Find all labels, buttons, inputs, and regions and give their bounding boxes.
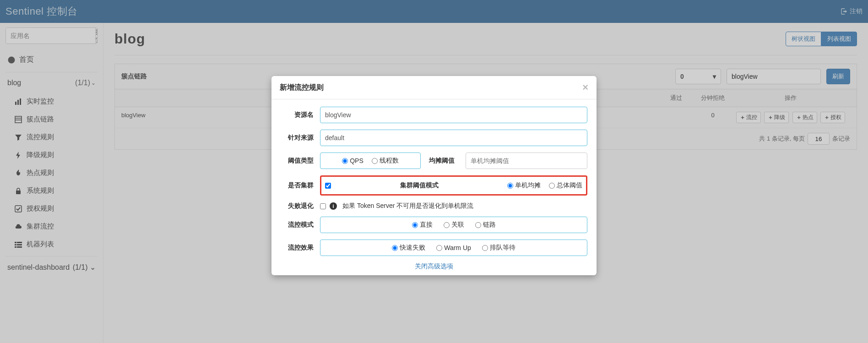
cluster-checkbox[interactable] xyxy=(325,183,331,189)
grade-radiogroup: QPS 线程数 xyxy=(320,152,421,169)
resource-input[interactable] xyxy=(320,107,587,123)
label-limitapp: 针对来源 xyxy=(281,134,320,142)
modal-title: 新增流控规则 xyxy=(280,83,324,93)
behavior-radiogroup: 快速失败 Warm Up 排队等待 xyxy=(320,240,587,256)
radio-behavior-warm[interactable]: Warm Up xyxy=(436,244,471,251)
fallback-text: 如果 Token Server 不可用是否退化到单机限流 xyxy=(342,202,473,210)
limitapp-input[interactable] xyxy=(320,130,587,146)
threshold-input[interactable] xyxy=(466,152,587,169)
radio-behavior-queue[interactable]: 排队等待 xyxy=(482,244,515,252)
label-threshold: 均摊阈值 xyxy=(427,157,459,165)
label-behavior: 流控效果 xyxy=(281,244,320,252)
radio-strategy-direct[interactable]: 直接 xyxy=(412,221,433,229)
strategy-radiogroup: 直接 关联 链路 xyxy=(320,217,587,233)
radio-thread[interactable]: 线程数 xyxy=(372,157,399,165)
flow-rule-modal: 新增流控规则 × 资源名 针对来源 阈值类型 QPS 线程数 均摊阈值 是否集群 xyxy=(271,76,597,275)
fallback-checkbox[interactable] xyxy=(320,203,326,209)
close-icon[interactable]: × xyxy=(582,82,588,93)
radio-behavior-fail[interactable]: 快速失败 xyxy=(392,244,425,252)
label-grade: 阈值类型 xyxy=(281,157,320,165)
close-advanced-link[interactable]: 关闭高级选项 xyxy=(415,262,453,270)
radio-strategy-chain[interactable]: 链路 xyxy=(475,221,496,229)
radio-qps[interactable]: QPS xyxy=(342,157,363,164)
label-fallback: 失败退化 xyxy=(281,202,320,210)
cluster-highlight: 集群阈值模式 单机均摊 总体阈值 xyxy=(320,175,587,196)
info-icon: i xyxy=(330,202,337,210)
label-resource: 资源名 xyxy=(281,111,320,119)
label-clustermode: 集群阈值模式 xyxy=(339,181,499,190)
label-strategy: 流控模式 xyxy=(281,221,320,229)
label-iscluster: 是否集群 xyxy=(281,181,320,190)
radio-cluster-global[interactable]: 总体阈值 xyxy=(549,181,582,190)
radio-strategy-relate[interactable]: 关联 xyxy=(444,221,464,229)
radio-cluster-local[interactable]: 单机均摊 xyxy=(507,181,541,190)
